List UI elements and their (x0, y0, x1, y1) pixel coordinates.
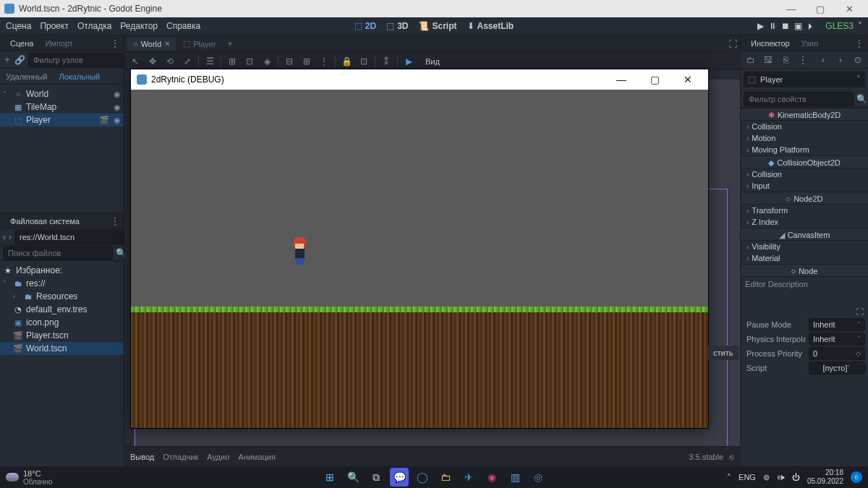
override-camera-icon[interactable]: ▶ (402, 55, 415, 68)
file-player-scene[interactable]: 🎬Player.tscn (0, 329, 124, 342)
pause-button[interactable]: ⏸ (768, 21, 777, 31)
play-button[interactable]: ▶ (757, 21, 764, 31)
tray-chevron-icon[interactable]: ˄ (727, 473, 731, 482)
clock[interactable]: 20:1805.09.2022 (807, 468, 843, 486)
group-transform[interactable]: Transform (741, 205, 868, 216)
folder-resources[interactable]: ›🖿Resources (0, 290, 124, 303)
renderer-label[interactable]: GLES3 (825, 21, 854, 31)
select-tool-icon[interactable]: ↖ (129, 55, 142, 68)
subtab-remote[interactable]: Удаленный (6, 72, 47, 81)
file-world-scene[interactable]: 🎬World.tscn (0, 342, 124, 355)
visibility-icon[interactable]: ◉ (114, 116, 121, 125)
nav-back-icon[interactable]: ‹ (816, 53, 830, 67)
group-icon[interactable]: ⊡ (357, 55, 370, 68)
grid-snap-icon[interactable]: ⊞ (300, 55, 313, 68)
lock-icon[interactable]: 🔒 (340, 55, 353, 68)
subtab-local[interactable]: Локальный (59, 72, 100, 81)
language-indicator[interactable]: ENG (739, 473, 756, 481)
godot-taskbar-icon[interactable]: ◎ (529, 468, 548, 487)
minimize-button[interactable]: — (777, 4, 806, 14)
node-selector[interactable]: ⬚ Player ˅ (744, 72, 865, 87)
class-canvasitem[interactable]: ◢CanvasItem (741, 228, 868, 241)
edge-icon[interactable]: ◯ (413, 468, 432, 487)
bone-icon[interactable]: ⁑ (380, 55, 393, 68)
class-node2d[interactable]: ○Node2D (741, 192, 868, 205)
add-node-button[interactable]: ＋ (3, 53, 12, 67)
property-filter-input[interactable] (744, 92, 854, 106)
battery-icon[interactable]: ⏻ (792, 473, 800, 481)
game-maximize-button[interactable]: ▢ (640, 74, 669, 85)
game-window[interactable]: 2dRytnic (DEBUG) — ▢ ✕ (130, 69, 709, 429)
distraction-free-icon[interactable]: ⛶ (728, 39, 737, 49)
open-scene-icon[interactable]: 🎬 (99, 116, 109, 125)
copy-icon[interactable]: ⎘ (778, 53, 793, 67)
filesystem-more-icon[interactable]: ⋮ (111, 216, 119, 226)
group-visibility[interactable]: Visibility (741, 241, 868, 252)
open-resource-icon[interactable]: 🗀 (744, 53, 758, 67)
class-collisionobject2d[interactable]: ◆CollisionObject2D (741, 155, 868, 168)
renderer-dropdown-icon[interactable]: ˅ (858, 21, 862, 31)
nav-fwd-icon[interactable]: › (833, 53, 848, 67)
history-icon[interactable]: ⋮ (796, 53, 810, 67)
telegram-icon[interactable]: ✈ (459, 468, 478, 487)
history-menu-icon[interactable]: ⊙ (851, 53, 865, 67)
favorites-label[interactable]: ★Избранное: (0, 264, 124, 277)
manage-templates-icon[interactable]: ⎋ (729, 453, 734, 461)
game-viewport[interactable] (131, 90, 708, 428)
workspace-2d[interactable]: ⬚ 2D (354, 21, 376, 31)
menu-editor[interactable]: Редактор (120, 21, 158, 31)
group-input[interactable]: Input (741, 180, 868, 192)
visibility-icon[interactable]: ◉ (114, 90, 121, 99)
chat-icon[interactable]: 💬 (390, 468, 409, 487)
scene-filter-input[interactable] (28, 53, 138, 67)
play-custom-button[interactable]: ⏵ (807, 21, 815, 31)
game-minimize-button[interactable]: — (607, 74, 636, 85)
taskbar-weather[interactable]: 18°CОблачно (6, 469, 53, 486)
menu-project[interactable]: Проект (40, 21, 69, 31)
group-material[interactable]: Material (741, 252, 868, 264)
search-button[interactable]: 🔍 (344, 468, 362, 487)
notification-badge[interactable]: 6 (851, 471, 862, 483)
file-icon[interactable]: ▣icon.png (0, 316, 124, 329)
folder-root[interactable]: ˅🖿res:// (0, 277, 124, 290)
snap-config-icon[interactable]: ⊡ (243, 55, 256, 68)
path-input[interactable] (14, 230, 124, 244)
wifi-icon[interactable]: ⊚ (763, 473, 770, 482)
move-tool-icon[interactable]: ✥ (146, 55, 159, 68)
node-tilemap[interactable]: ▦ TileMap ◉ (0, 100, 124, 114)
snap-tool-icon[interactable]: ⊞ (226, 55, 239, 68)
tab-debugger[interactable]: Отладчик (163, 453, 198, 461)
tab-output[interactable]: Вывод (130, 453, 154, 461)
list-tool-icon[interactable]: ☰ (203, 55, 216, 68)
expand-icon[interactable]: ⛶ (856, 307, 864, 316)
add-tab-button[interactable]: ＋ (223, 37, 237, 51)
scene-panel-more-icon[interactable]: ⋮ (111, 38, 119, 48)
group-collision[interactable]: Collision (741, 168, 868, 180)
class-kinematicbody2d[interactable]: ✱KinematicBody2D (741, 108, 868, 121)
visibility-icon[interactable]: ◉ (114, 103, 121, 112)
node-world[interactable]: ˅○ World ◉ (0, 87, 124, 100)
group-zindex[interactable]: Z Index (741, 216, 868, 228)
instance-button[interactable]: 🔗 (14, 53, 25, 67)
nav-back-button[interactable]: ‹ (3, 230, 6, 244)
explorer-icon[interactable]: 🗀 (436, 468, 455, 487)
save-resource-icon[interactable]: 🖫 (761, 53, 775, 67)
stop-button[interactable]: ⏹ (781, 21, 790, 31)
volume-icon[interactable]: 🕪 (777, 473, 785, 481)
tab-animation[interactable]: Анимация (238, 453, 276, 461)
class-node[interactable]: ○Node (741, 264, 868, 277)
menu-scene[interactable]: Сцена (6, 21, 31, 31)
group-collision[interactable]: Collision (741, 121, 868, 132)
launch-button-partial[interactable]: стить (707, 346, 739, 360)
tab-world[interactable]: ○World✕ (127, 38, 176, 51)
view-menu[interactable]: Вид (425, 57, 440, 66)
game-close-button[interactable]: ✕ (673, 74, 702, 85)
workspace-assetlib[interactable]: ⬇ AssetLib (467, 21, 514, 31)
rotate-tool-icon[interactable]: ⟲ (163, 55, 176, 68)
media-icon[interactable]: ◉ (482, 468, 501, 487)
app-icon[interactable]: ▥ (506, 468, 524, 487)
tab-scene[interactable]: Сцена (4, 37, 39, 50)
ruler-icon[interactable]: ⊟ (283, 55, 296, 68)
task-view-button[interactable]: ⧉ (367, 468, 386, 487)
menu-debug[interactable]: Отладка (77, 21, 111, 31)
